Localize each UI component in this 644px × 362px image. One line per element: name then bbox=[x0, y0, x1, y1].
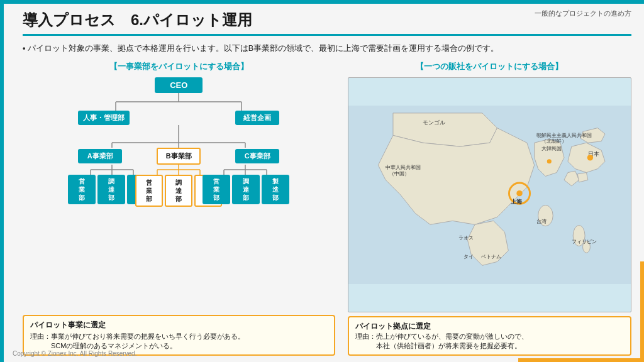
b-eigyo: 営業部 bbox=[135, 175, 163, 207]
left-section: 【一事業部をパイロットにする場合】 CEO bbox=[23, 61, 335, 356]
bullet-text: パイロット対象の事業、拠点で本格運用を行います。以下はB事業部の領域で、最初に上… bbox=[23, 42, 631, 55]
right-section-title: 【一つの販社をパイロットにする場合】 bbox=[348, 61, 631, 72]
svg-point-53 bbox=[547, 159, 551, 163]
c-jigyobu: C事業部 bbox=[235, 149, 279, 163]
keieikikakubox: 経営企画 bbox=[235, 111, 279, 125]
left-note-body: 理由：事業が伸びており将来需要の把握をいち早く行う必要がある。 SCMの理解のあ… bbox=[30, 332, 328, 351]
top-right-label: 一般的なプロジェクトの進め方 bbox=[535, 9, 631, 18]
b-choutatu: 調達部 bbox=[165, 175, 192, 207]
svg-text:朝鮮民主主義人民共和国: 朝鮮民主主義人民共和国 bbox=[536, 133, 592, 138]
svg-text:（中国）: （中国） bbox=[389, 171, 409, 177]
right-section: 【一つの販社をパイロットにする場合】 bbox=[348, 61, 631, 356]
svg-text:ラオス: ラオス bbox=[458, 235, 474, 241]
main-area: 【一事業部をパイロットにする場合】 CEO bbox=[23, 61, 631, 356]
a-eigyo: 営業部 bbox=[68, 175, 96, 204]
svg-text:タイ: タイ bbox=[464, 254, 474, 260]
jinjibox: 人事・管理部 bbox=[78, 111, 130, 125]
svg-text:ベトナム: ベトナム bbox=[480, 254, 501, 260]
a-jigyobu: A事業部 bbox=[78, 149, 122, 163]
svg-point-50 bbox=[516, 190, 522, 196]
left-note-title: パイロット事業に選定 bbox=[30, 320, 328, 331]
c-seizou: 製造部 bbox=[262, 175, 289, 204]
ceo-box: CEO bbox=[155, 77, 203, 93]
orange-bottom-bar bbox=[518, 358, 644, 362]
ceo-connector-svg bbox=[78, 93, 279, 111]
level4-top-svg bbox=[78, 165, 279, 175]
svg-text:（北朝鮮）: （北朝鮮） bbox=[541, 138, 567, 144]
level2-connector-svg bbox=[78, 125, 279, 138]
level3-top-svg bbox=[78, 138, 279, 148]
b-jigyobu: B事業部 bbox=[157, 148, 201, 165]
content-area: 導入プロセス 6.パイロット運用 パイロット対象の事業、拠点で本格運用を行います… bbox=[10, 4, 644, 362]
c-choutatu: 調達部 bbox=[232, 175, 260, 204]
right-note-body: 理由：売上が伸びているが、需要の変動が激しいので、 本社（供給計画者）が将来需要… bbox=[355, 332, 624, 351]
slide: 一般的なプロジェクトの進め方 導入プロセス 6.パイロット運用 パイロット対象の… bbox=[0, 0, 644, 362]
svg-text:中華人民共和国: 中華人民共和国 bbox=[386, 165, 421, 170]
orange-right-bar bbox=[640, 261, 644, 362]
svg-text:大韓民国: 大韓民国 bbox=[541, 146, 562, 151]
copyright-text: Copyright © Zionex Inc. All Rights Reser… bbox=[13, 350, 136, 357]
left-accent-bar bbox=[0, 4, 4, 362]
map-svg: モンゴル 中華人民共和国 （中国） 朝鮮民主主義人民共和国 （北朝鮮） 大韓民国… bbox=[348, 78, 631, 312]
svg-text:上海: 上海 bbox=[510, 198, 522, 205]
svg-text:モンゴル: モンゴル bbox=[423, 119, 445, 126]
map-container: モンゴル 中華人民共和国 （中国） 朝鮮民主主義人民共和国 （北朝鮮） 大韓民国… bbox=[348, 77, 631, 312]
a-choutatu: 調達部 bbox=[97, 175, 125, 204]
svg-text:台湾: 台湾 bbox=[536, 219, 547, 224]
c-eigyo: 営業部 bbox=[203, 175, 230, 204]
svg-text:フィリピン: フィリピン bbox=[571, 239, 596, 244]
left-section-title: 【一事業部をパイロットにする場合】 bbox=[23, 61, 335, 72]
right-note-title: パイロット拠点に選定 bbox=[355, 321, 624, 332]
svg-point-52 bbox=[587, 155, 592, 160]
right-note-box: パイロット拠点に選定 理由：売上が伸びているが、需要の変動が激しいので、 本社（… bbox=[348, 316, 631, 356]
